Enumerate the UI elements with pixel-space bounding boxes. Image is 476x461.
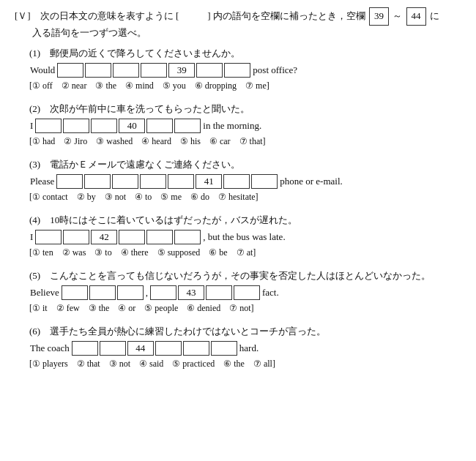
q2-box-5[interactable] xyxy=(174,119,201,133)
q5-box-3[interactable] xyxy=(117,285,144,300)
q4-box-5[interactable] xyxy=(174,230,201,244)
question-3: (3) 電話かＥメールで遠慮なくご連絡ください。 Please 41 phone… xyxy=(15,158,461,203)
q6-numbered-box: 44 xyxy=(127,341,154,356)
q2-box-1[interactable] xyxy=(35,119,62,133)
q5-answer-row: Believe , 43 fact. xyxy=(29,285,461,300)
q4-box-2[interactable] xyxy=(63,230,89,244)
q2-end-word: in the morning. xyxy=(203,120,261,132)
q1-box-3[interactable] xyxy=(113,63,139,78)
q4-end-word: , but the bus was late. xyxy=(203,231,285,243)
q6-number: (6) 選手たち全員が熱心に練習したわけではないとコーチが言った。 xyxy=(29,325,461,338)
q6-answer-row: The coach 44 hard. xyxy=(29,341,461,356)
q2-numbered-box: 40 xyxy=(119,119,145,133)
q5-box-2[interactable] xyxy=(89,285,116,300)
q3-numbered-box: 41 xyxy=(196,174,222,189)
q2-box-2[interactable] xyxy=(63,119,89,133)
q6-options: [① players ② that ③ not ④ said ⑤ practic… xyxy=(29,358,461,370)
q4-options: [① ten ② was ③ to ④ there ⑤ supposed ⑥ b… xyxy=(29,247,461,259)
q5-comma: , xyxy=(146,287,148,299)
q3-end-word: phone or e-mail. xyxy=(280,176,343,187)
q3-box-7[interactable] xyxy=(251,174,278,189)
q5-number: (5) こんなことを言っても信じないだろうが，その事実を否定した人はほとんどいな… xyxy=(29,269,461,282)
q5-numbered-box: 43 xyxy=(178,285,204,300)
q5-box-6[interactable] xyxy=(234,285,260,300)
q4-number: (4) 10時にはそこに着いているはずだったが，バスが遅れた。 xyxy=(29,214,461,227)
box-start: 39 xyxy=(369,7,389,26)
q5-box-1[interactable] xyxy=(62,285,88,300)
q4-answer-row: I 42 , but the bus was late. xyxy=(29,230,461,244)
q3-box-6[interactable] xyxy=(223,174,250,189)
q6-start-word: The coach xyxy=(30,342,70,354)
q2-box-3[interactable] xyxy=(91,119,117,133)
section-label: [Ｖ] 次の日本文の意味を表すように [ ] 内の語句を空欄に補ったとき，空欄 xyxy=(15,10,365,21)
header: [Ｖ] 次の日本文の意味を表すように [ ] 内の語句を空欄に補ったとき，空欄 … xyxy=(15,7,461,41)
q3-box-1[interactable] xyxy=(56,174,83,189)
q1-number: (1) 郵便局の近くで降ろしてくださいませんか。 xyxy=(29,47,461,60)
q6-box-2[interactable] xyxy=(100,341,126,356)
q5-end-word: fact. xyxy=(262,287,279,299)
q1-box-1[interactable] xyxy=(57,63,83,78)
q4-numbered-box: 42 xyxy=(91,230,117,244)
q1-start-word: Would xyxy=(30,64,55,76)
q2-options: [① had ② Jiro ③ washed ④ heard ⑤ his ⑥ c… xyxy=(29,135,461,148)
q3-answer-row: Please 41 phone or e-mail. xyxy=(29,174,461,189)
question-4: (4) 10時にはそこに着いているはずだったが，バスが遅れた。 I 42 , b… xyxy=(15,214,461,259)
q1-box-5[interactable] xyxy=(196,63,223,78)
q4-start-word: I xyxy=(30,231,33,243)
q1-end-word: post office? xyxy=(253,64,297,76)
q2-start-word: I xyxy=(30,120,33,132)
q1-box-2[interactable] xyxy=(85,63,111,78)
q3-start-word: Please xyxy=(30,176,54,187)
question-5: (5) こんなことを言っても信じないだろうが，その事実を否定した人はほとんどいな… xyxy=(15,269,461,315)
q4-box-1[interactable] xyxy=(35,230,62,244)
q1-box-6[interactable] xyxy=(224,63,250,78)
q3-box-2[interactable] xyxy=(84,174,111,189)
q6-box-4[interactable] xyxy=(183,341,209,356)
q5-box-4[interactable] xyxy=(150,285,176,300)
tilde: ～ xyxy=(393,10,402,21)
q4-box-3[interactable] xyxy=(119,230,145,244)
q1-box-4[interactable] xyxy=(141,63,167,78)
q3-options: [① contact ② by ③ not ④ to ⑤ me ⑥ do ⑦ h… xyxy=(29,191,461,203)
q6-box-3[interactable] xyxy=(155,341,182,356)
q2-answer-row: I 40 in the morning. xyxy=(29,119,461,133)
q2-box-4[interactable] xyxy=(146,119,173,133)
q2-number: (2) 次郎が午前中に車を洗ってもらったと聞いた。 xyxy=(29,102,461,116)
box-end: 44 xyxy=(406,7,426,26)
q6-end-word: hard. xyxy=(239,342,259,354)
q5-start-word: Believe xyxy=(30,287,59,299)
question-2: (2) 次郎が午前中に車を洗ってもらったと聞いた。 I 40 in the mo… xyxy=(15,102,461,148)
instruction2: 入る語句を一つずつ選べ。 xyxy=(32,27,146,38)
q1-answer-row: Would 39 post office? xyxy=(29,63,461,78)
q4-box-4[interactable] xyxy=(146,230,173,244)
q6-box-5[interactable] xyxy=(211,341,237,356)
q1-numbered-box: 39 xyxy=(168,63,195,78)
q5-box-5[interactable] xyxy=(206,285,232,300)
q3-box-5[interactable] xyxy=(168,174,194,189)
q6-box-1[interactable] xyxy=(72,341,98,356)
q3-number: (3) 電話かＥメールで遠慮なくご連絡ください。 xyxy=(29,158,461,171)
q1-options: [① off ② near ③ the ④ mind ⑤ you ⑥ dropp… xyxy=(29,80,461,92)
question-6: (6) 選手たち全員が熱心に練習したわけではないとコーチが言った。 The co… xyxy=(15,325,461,370)
instruction-suffix: に xyxy=(430,10,439,21)
q3-box-3[interactable] xyxy=(112,174,138,189)
question-1: (1) 郵便局の近くで降ろしてくださいませんか。 Would 39 post o… xyxy=(15,47,461,92)
q5-options: [① it ② few ③ the ④ or ⑤ people ⑥ denied… xyxy=(29,302,461,315)
q3-box-4[interactable] xyxy=(140,174,166,189)
